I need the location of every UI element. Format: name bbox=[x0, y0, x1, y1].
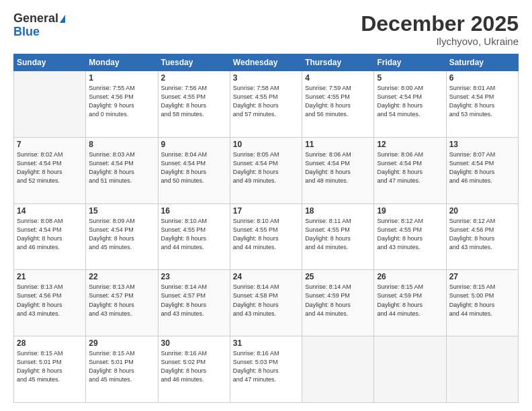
day-number: 22 bbox=[89, 272, 154, 281]
day-number: 31 bbox=[233, 338, 299, 348]
day-info: Sunrise: 8:15 AM Sunset: 5:00 PM Dayligh… bbox=[449, 283, 515, 318]
day-info: Sunrise: 8:10 AM Sunset: 4:55 PM Dayligh… bbox=[233, 217, 299, 252]
day-info: Sunrise: 8:03 AM Sunset: 4:54 PM Dayligh… bbox=[89, 150, 154, 185]
day-info: Sunrise: 8:00 AM Sunset: 4:54 PM Dayligh… bbox=[377, 84, 443, 119]
day-number: 2 bbox=[161, 73, 227, 83]
logo-triangle-icon bbox=[60, 15, 65, 23]
calendar-cell: 30Sunrise: 8:16 AM Sunset: 5:02 PM Dayli… bbox=[158, 336, 230, 403]
day-number: 14 bbox=[17, 206, 83, 216]
day-number: 17 bbox=[233, 206, 299, 216]
day-info: Sunrise: 8:09 AM Sunset: 4:54 PM Dayligh… bbox=[89, 217, 154, 252]
calendar-header-thursday: Thursday bbox=[302, 54, 374, 71]
calendar-cell: 5Sunrise: 8:00 AM Sunset: 4:54 PM Daylig… bbox=[374, 71, 446, 138]
day-number: 23 bbox=[161, 272, 227, 281]
day-info: Sunrise: 8:06 AM Sunset: 4:54 PM Dayligh… bbox=[377, 150, 443, 185]
day-number: 5 bbox=[377, 73, 443, 83]
day-number: 7 bbox=[17, 140, 83, 149]
logo-general: General bbox=[13, 11, 58, 25]
calendar-header-tuesday: Tuesday bbox=[158, 54, 230, 71]
calendar-cell: 23Sunrise: 8:14 AM Sunset: 4:57 PM Dayli… bbox=[158, 270, 230, 336]
day-number: 27 bbox=[449, 272, 515, 281]
day-info: Sunrise: 8:15 AM Sunset: 4:59 PM Dayligh… bbox=[377, 283, 443, 318]
calendar-cell: 12Sunrise: 8:06 AM Sunset: 4:54 PM Dayli… bbox=[374, 137, 446, 203]
calendar-cell: 18Sunrise: 8:11 AM Sunset: 4:55 PM Dayli… bbox=[302, 203, 374, 270]
calendar-cell: 9Sunrise: 8:04 AM Sunset: 4:54 PM Daylig… bbox=[158, 137, 230, 203]
calendar-cell bbox=[374, 336, 446, 403]
day-info: Sunrise: 7:56 AM Sunset: 4:55 PM Dayligh… bbox=[161, 84, 227, 119]
day-number: 28 bbox=[17, 338, 83, 348]
day-info: Sunrise: 7:55 AM Sunset: 4:56 PM Dayligh… bbox=[89, 84, 154, 119]
calendar-cell: 13Sunrise: 8:07 AM Sunset: 4:54 PM Dayli… bbox=[446, 137, 518, 203]
calendar-cell: 22Sunrise: 8:13 AM Sunset: 4:57 PM Dayli… bbox=[86, 270, 158, 336]
day-info: Sunrise: 8:01 AM Sunset: 4:54 PM Dayligh… bbox=[449, 84, 515, 119]
calendar-cell bbox=[14, 71, 86, 138]
day-number: 12 bbox=[377, 140, 443, 149]
day-info: Sunrise: 8:08 AM Sunset: 4:54 PM Dayligh… bbox=[17, 217, 83, 252]
day-info: Sunrise: 8:16 AM Sunset: 5:03 PM Dayligh… bbox=[233, 349, 299, 384]
calendar-cell: 10Sunrise: 8:05 AM Sunset: 4:54 PM Dayli… bbox=[230, 137, 302, 203]
calendar-table: SundayMondayTuesdayWednesdayThursdayFrid… bbox=[13, 54, 519, 403]
calendar-cell bbox=[446, 336, 518, 403]
calendar-header-wednesday: Wednesday bbox=[230, 54, 302, 71]
calendar-cell: 20Sunrise: 8:12 AM Sunset: 4:56 PM Dayli… bbox=[446, 203, 518, 270]
calendar-header-saturday: Saturday bbox=[446, 54, 518, 71]
day-info: Sunrise: 8:12 AM Sunset: 4:56 PM Dayligh… bbox=[449, 217, 515, 252]
calendar-week-row: 21Sunrise: 8:13 AM Sunset: 4:56 PM Dayli… bbox=[14, 270, 519, 336]
day-info: Sunrise: 8:16 AM Sunset: 5:02 PM Dayligh… bbox=[161, 349, 227, 384]
calendar-cell: 24Sunrise: 8:14 AM Sunset: 4:58 PM Dayli… bbox=[230, 270, 302, 336]
day-info: Sunrise: 8:02 AM Sunset: 4:54 PM Dayligh… bbox=[17, 150, 83, 185]
calendar-cell: 15Sunrise: 8:09 AM Sunset: 4:54 PM Dayli… bbox=[86, 203, 158, 270]
day-info: Sunrise: 7:59 AM Sunset: 4:55 PM Dayligh… bbox=[305, 84, 371, 119]
calendar-cell: 1Sunrise: 7:55 AM Sunset: 4:56 PM Daylig… bbox=[86, 71, 158, 138]
day-number: 26 bbox=[377, 272, 443, 281]
calendar-week-row: 14Sunrise: 8:08 AM Sunset: 4:54 PM Dayli… bbox=[14, 203, 519, 270]
day-number: 16 bbox=[161, 206, 227, 216]
day-number: 9 bbox=[161, 140, 227, 149]
calendar-cell bbox=[302, 336, 374, 403]
day-info: Sunrise: 8:15 AM Sunset: 5:01 PM Dayligh… bbox=[17, 349, 83, 384]
day-number: 3 bbox=[233, 73, 299, 83]
calendar-header-sunday: Sunday bbox=[14, 54, 86, 71]
calendar-cell: 4Sunrise: 7:59 AM Sunset: 4:55 PM Daylig… bbox=[302, 71, 374, 138]
day-number: 29 bbox=[89, 338, 154, 348]
calendar-cell: 25Sunrise: 8:14 AM Sunset: 4:59 PM Dayli… bbox=[302, 270, 374, 336]
day-info: Sunrise: 8:14 AM Sunset: 4:59 PM Dayligh… bbox=[305, 283, 371, 318]
day-number: 8 bbox=[89, 140, 154, 149]
calendar-header-monday: Monday bbox=[86, 54, 158, 71]
logo: General Blue bbox=[13, 12, 65, 39]
day-number: 20 bbox=[449, 206, 515, 216]
day-number: 30 bbox=[161, 338, 227, 348]
location-title: Ilychyovo, Ukraine bbox=[361, 36, 519, 47]
day-number: 1 bbox=[89, 73, 154, 83]
day-info: Sunrise: 8:05 AM Sunset: 4:54 PM Dayligh… bbox=[233, 150, 299, 185]
calendar-cell: 11Sunrise: 8:06 AM Sunset: 4:54 PM Dayli… bbox=[302, 137, 374, 203]
day-info: Sunrise: 8:04 AM Sunset: 4:54 PM Dayligh… bbox=[161, 150, 227, 185]
month-title: December 2025 bbox=[361, 12, 519, 36]
day-info: Sunrise: 8:13 AM Sunset: 4:56 PM Dayligh… bbox=[17, 283, 83, 318]
calendar-cell: 29Sunrise: 8:15 AM Sunset: 5:01 PM Dayli… bbox=[86, 336, 158, 403]
calendar-cell: 6Sunrise: 8:01 AM Sunset: 4:54 PM Daylig… bbox=[446, 71, 518, 138]
day-number: 24 bbox=[233, 272, 299, 281]
logo-text: General bbox=[13, 12, 65, 26]
day-number: 11 bbox=[305, 140, 371, 149]
page: General Blue December 2025 Ilychyovo, Uk… bbox=[0, 0, 532, 411]
calendar-cell: 8Sunrise: 8:03 AM Sunset: 4:54 PM Daylig… bbox=[86, 137, 158, 203]
calendar-cell: 16Sunrise: 8:10 AM Sunset: 4:55 PM Dayli… bbox=[158, 203, 230, 270]
day-info: Sunrise: 8:06 AM Sunset: 4:54 PM Dayligh… bbox=[305, 150, 371, 185]
calendar-cell: 19Sunrise: 8:12 AM Sunset: 4:55 PM Dayli… bbox=[374, 203, 446, 270]
day-number: 13 bbox=[449, 140, 515, 149]
calendar-cell: 2Sunrise: 7:56 AM Sunset: 4:55 PM Daylig… bbox=[158, 71, 230, 138]
day-info: Sunrise: 7:58 AM Sunset: 4:55 PM Dayligh… bbox=[233, 84, 299, 119]
day-info: Sunrise: 8:11 AM Sunset: 4:55 PM Dayligh… bbox=[305, 217, 371, 252]
day-number: 19 bbox=[377, 206, 443, 216]
header: General Blue December 2025 Ilychyovo, Uk… bbox=[13, 12, 519, 47]
calendar-cell: 3Sunrise: 7:58 AM Sunset: 4:55 PM Daylig… bbox=[230, 71, 302, 138]
calendar-header-friday: Friday bbox=[374, 54, 446, 71]
day-number: 21 bbox=[17, 272, 83, 281]
day-info: Sunrise: 8:13 AM Sunset: 4:57 PM Dayligh… bbox=[89, 283, 154, 318]
calendar-week-row: 7Sunrise: 8:02 AM Sunset: 4:54 PM Daylig… bbox=[14, 137, 519, 203]
day-number: 25 bbox=[305, 272, 371, 281]
day-number: 4 bbox=[305, 73, 371, 83]
day-number: 18 bbox=[305, 206, 371, 216]
calendar-cell: 14Sunrise: 8:08 AM Sunset: 4:54 PM Dayli… bbox=[14, 203, 86, 270]
